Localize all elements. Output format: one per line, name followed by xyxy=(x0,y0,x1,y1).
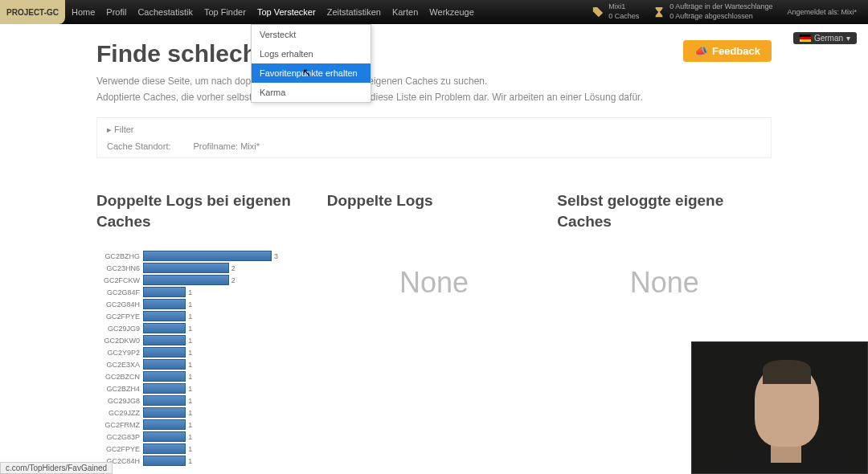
nav-item-top-verstecker[interactable]: Top Verstecker xyxy=(257,7,316,17)
nav-item-top-finder[interactable]: Top Finder xyxy=(204,7,246,17)
bar-row: GC2FPYE1 xyxy=(96,443,311,455)
bar-fill[interactable] xyxy=(143,347,186,358)
bar-value: 1 xyxy=(188,300,192,309)
bar-label: GC2BZH4 xyxy=(96,385,143,393)
bar-label: GC2FPYE xyxy=(96,313,143,321)
bar-fill[interactable] xyxy=(143,359,186,370)
dropdown-item-karma[interactable]: Karma xyxy=(252,83,371,102)
queue-pending: 0 Aufträge in der Warteschlange xyxy=(669,2,772,12)
bar-fill[interactable] xyxy=(143,407,186,418)
bar-fill[interactable] xyxy=(143,275,229,285)
none-text-1: None xyxy=(327,266,542,300)
bar-label: GC2BZCN xyxy=(96,373,143,381)
bar-label: GC29JG9 xyxy=(96,325,143,333)
bar-label: GC2Y9P2 xyxy=(96,349,143,357)
bar-label: GC2E3XA xyxy=(96,361,143,369)
col-title-3: Selbst geloggte eigene Caches xyxy=(557,190,772,234)
nav-item-karten[interactable]: Karten xyxy=(392,7,418,17)
bar-row: GC2FRMZ1 xyxy=(96,419,311,431)
bar-fill[interactable] xyxy=(143,371,186,382)
topbar: PROJECT-GC HomeProfilCachestatistikTop F… xyxy=(0,0,868,24)
bar-fill[interactable] xyxy=(143,263,229,273)
bar-row: GC2BZHG3 xyxy=(96,250,311,262)
top-verstecker-dropdown: VerstecktLogs erhaltenFavoritenpunkte er… xyxy=(251,24,371,103)
bar-value: 1 xyxy=(188,373,192,381)
filter-profile-label: Profilname: Mixi* xyxy=(194,141,260,151)
chevron-down-icon: ▾ xyxy=(846,34,850,43)
bar-value: 2 xyxy=(231,276,235,284)
column-double-logs: Doppelte Logs None xyxy=(327,190,542,467)
bar-label: GC29JG8 xyxy=(96,397,143,405)
bar-value: 1 xyxy=(188,421,192,429)
bar-fill[interactable] xyxy=(143,443,186,454)
bar-row: GC29JZZ1 xyxy=(96,407,311,419)
bar-label: GC2FRMZ xyxy=(96,421,143,429)
cursor-icon: ↖ xyxy=(302,66,312,79)
bar-fill[interactable] xyxy=(143,323,186,333)
bar-label: GC2G84F xyxy=(96,288,143,296)
nav-item-werkzeuge[interactable]: Werkzeuge xyxy=(429,7,473,17)
description-2: Adoptierte Caches, die vorher selbst gel… xyxy=(96,92,772,103)
bar-row: GC2C84H1 xyxy=(96,455,311,467)
bar-label: GC29JZZ xyxy=(96,409,143,417)
bar-fill[interactable] xyxy=(143,431,186,442)
bar-fill[interactable] xyxy=(143,311,186,321)
none-text-2: None xyxy=(557,266,772,300)
user-name[interactable]: Mixi1 xyxy=(608,2,639,12)
bar-value: 1 xyxy=(188,288,192,296)
bar-chart: GC2BZHG3GC23HN62GC2FCKW2GC2G84F1GC2G84H1… xyxy=(96,250,311,467)
bar-fill[interactable] xyxy=(143,419,186,430)
bar-row: GC2E3XA1 xyxy=(96,358,311,370)
bar-label: GC2FCKW xyxy=(96,276,143,284)
topbar-right: Mixi1 0 Caches 0 Aufträge in der Wartesc… xyxy=(592,2,868,21)
dropdown-item-versteckt[interactable]: Versteckt xyxy=(252,25,371,44)
bar-value: 1 xyxy=(188,361,192,369)
bar-fill[interactable] xyxy=(143,299,186,309)
bar-row: GC29JG91 xyxy=(96,322,311,334)
bar-value: 1 xyxy=(188,457,192,465)
hourglass-icon xyxy=(653,6,665,18)
col-title-1: Doppelte Logs bei eigenen Caches xyxy=(96,190,311,234)
bar-fill[interactable] xyxy=(143,395,186,406)
bar-value: 3 xyxy=(274,252,278,260)
bar-value: 1 xyxy=(188,349,192,357)
nav-item-zeitstatistiken[interactable]: Zeitstatistiken xyxy=(327,7,381,17)
bar-fill[interactable] xyxy=(143,251,272,261)
nav-item-home[interactable]: Home xyxy=(72,7,95,17)
tag-icon xyxy=(592,6,604,18)
bar-value: 2 xyxy=(231,264,235,272)
queue-done: 0 Aufträge abgeschlossen xyxy=(669,12,772,22)
feedback-button[interactable]: 📣 Feedback xyxy=(683,40,772,62)
dropdown-item-logs-erhalten[interactable]: Logs erhalten xyxy=(252,44,371,63)
bar-label: GC2G83P xyxy=(96,433,143,441)
col-title-2: Doppelte Logs xyxy=(327,190,542,234)
page-title: Finde schlechte xyxy=(96,40,683,67)
bar-row: GC2G84H1 xyxy=(96,298,311,310)
bar-label: GC2DKW0 xyxy=(96,337,143,345)
bar-row: GC2BZCN1 xyxy=(96,370,311,382)
bar-fill[interactable] xyxy=(143,287,186,297)
filter-toggle[interactable]: ▸ Filter xyxy=(107,125,761,135)
bar-value: 1 xyxy=(188,313,192,321)
status-bar-url: c.com/TopHiders/FavGained xyxy=(0,462,113,474)
webcam-overlay xyxy=(691,341,868,474)
language-selector[interactable]: German ▾ xyxy=(793,32,857,44)
filter-location-label: Cache Standort: xyxy=(107,141,171,151)
nav-item-profil[interactable]: Profil xyxy=(106,7,126,17)
bar-fill[interactable] xyxy=(143,383,186,394)
logged-in-as[interactable]: Angemeldet als: Mixi* xyxy=(787,8,857,16)
bar-fill[interactable] xyxy=(143,335,186,345)
description-1: Verwende diese Seite, um nach dopp verse… xyxy=(96,76,772,87)
cache-count: 0 Caches xyxy=(608,12,639,22)
nav-item-cachestatistik[interactable]: Cachestatistik xyxy=(137,7,192,17)
bar-label: GC23HN6 xyxy=(96,264,143,272)
bar-fill[interactable] xyxy=(143,456,186,466)
megaphone-icon: 📣 xyxy=(694,45,707,57)
bar-row: GC2Y9P21 xyxy=(96,346,311,358)
flag-de-icon xyxy=(800,35,811,42)
bar-row: GC2FCKW2 xyxy=(96,274,311,286)
logo[interactable]: PROJECT-GC xyxy=(0,0,65,24)
bar-row: GC23HN62 xyxy=(96,262,311,274)
bar-label: GC2BZHG xyxy=(96,252,143,260)
bar-row: GC2G83P1 xyxy=(96,431,311,443)
